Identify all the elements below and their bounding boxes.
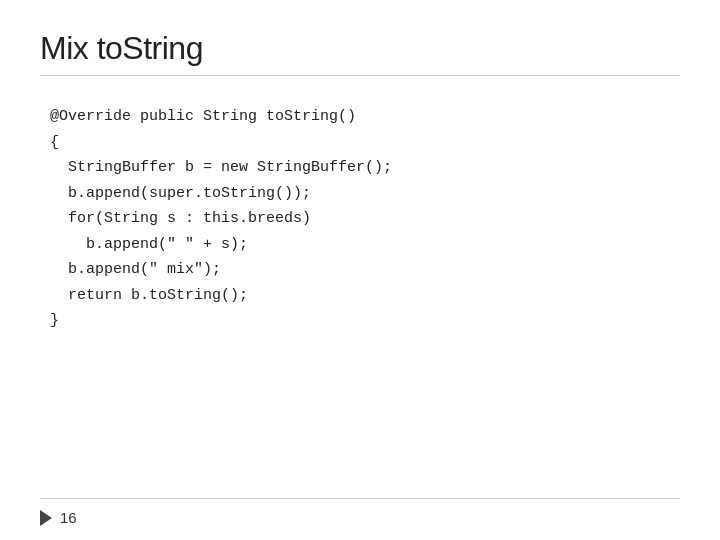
code-line-7: b.append(" mix"); [50,257,680,283]
code-line-2: { [50,130,680,156]
code-line-5: for(String s : this.breeds) [50,206,680,232]
bottom-area: 16 [0,488,720,540]
slide-number: 16 [60,509,77,526]
code-line-1: @Override public String toString() [50,104,680,130]
bottom-divider [40,498,680,499]
code-line-4: b.append(super.toString()); [50,181,680,207]
nav-arrow-icon [40,510,52,526]
title-divider [40,75,680,76]
code-line-3: StringBuffer b = new StringBuffer(); [50,155,680,181]
code-block: @Override public String toString() { Str… [50,104,680,334]
slide-title: Mix toString [40,30,680,67]
slide-container: Mix toString @Override public String toS… [0,0,720,540]
code-line-6: b.append(" " + s); [50,232,680,258]
code-line-8: return b.toString(); [50,283,680,309]
code-line-9: } [50,308,680,334]
slide-nav: 16 [40,509,680,526]
